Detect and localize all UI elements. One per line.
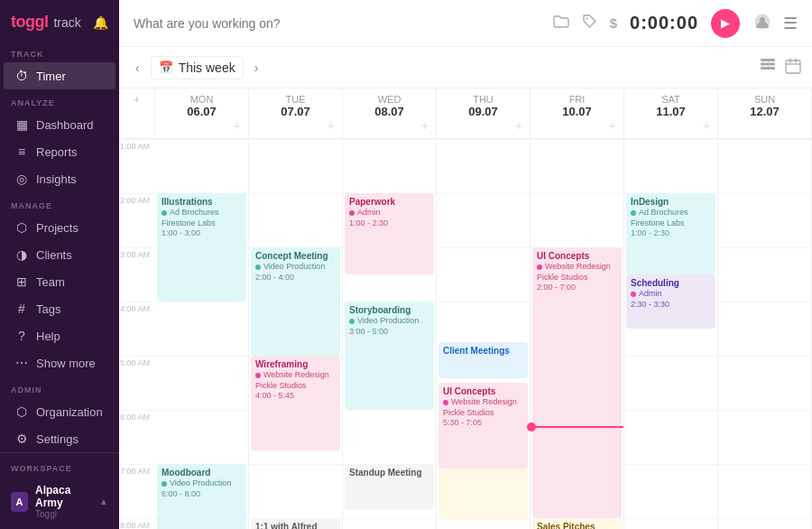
cal-event-illustrations[interactable]: IllustrationsAd BrochuresFirestone Labs1…	[157, 193, 246, 302]
calendar-view-icon[interactable]	[785, 58, 801, 78]
day-col-tue: Concept MeetingVideo Production2:00 - 4:…	[249, 139, 343, 529]
sidebar-item-label-insights: Insights	[36, 172, 77, 186]
user-avatar-small	[754, 14, 770, 32]
sidebar-item-settings[interactable]: ⚙ Settings	[4, 425, 115, 452]
fri-num: 10.07	[534, 105, 620, 118]
cal-event-concept-meeting[interactable]: Concept MeetingVideo Production2:00 - 4:…	[251, 247, 340, 356]
sidebar-item-insights[interactable]: ◎ Insights	[4, 165, 115, 192]
cal-event-11-with-alfred[interactable]: 1:1 with Alfred7:00 - 8:00	[251, 518, 340, 529]
reports-icon: ≡	[14, 144, 29, 159]
search-input[interactable]	[134, 16, 546, 31]
cal-event-paperwork[interactable]: PaperworkAdmin1:00 - 2:30	[345, 193, 434, 274]
sat-add-btn[interactable]: +	[703, 118, 714, 133]
fri-abbr: FRI	[569, 94, 586, 105]
logo-brand: toggl	[11, 13, 48, 32]
play-button[interactable]: ▶	[711, 9, 740, 38]
cal-event-storyboarding[interactable]: StoryboardingVideo Production3:00 - 5:00	[345, 302, 434, 410]
folder-icon[interactable]	[553, 15, 569, 32]
mon-abbr: MON	[190, 94, 214, 105]
calendar-grid: + MON 06.07 + TUE 07.07 + WED 08.07 + TH…	[119, 88, 812, 529]
sat-num: 11.07	[628, 105, 714, 118]
svg-point-0	[586, 18, 587, 20]
svg-rect-4	[761, 62, 775, 65]
prev-week-button[interactable]: ‹	[130, 59, 145, 77]
sidebar-item-projects[interactable]: ⬡ Projects	[4, 214, 115, 241]
sidebar-item-label-settings: Settings	[36, 432, 78, 446]
tue-abbr: TUE	[286, 94, 306, 105]
tue-add-btn[interactable]: +	[328, 118, 338, 133]
header-fri: FRI 10.07 +	[531, 88, 624, 138]
sidebar-item-reports[interactable]: ≡ Reports	[4, 138, 115, 165]
settings-icon: ⚙	[14, 432, 29, 446]
sidebar-item-timer[interactable]: ⏱ Timer	[4, 62, 115, 89]
fri-add-btn[interactable]: +	[609, 118, 620, 133]
sidebar-item-team[interactable]: ⊞ Team	[4, 268, 115, 295]
logo-product: track	[53, 15, 80, 30]
sidebar-item-help[interactable]: ? Help	[4, 322, 115, 349]
tue-num: 07.07	[253, 105, 338, 118]
now-line	[531, 426, 623, 428]
list-view-icon[interactable]	[760, 58, 776, 78]
sun-num: 12.07	[722, 105, 807, 118]
tag-icon[interactable]	[582, 14, 597, 32]
mon-add-btn[interactable]: +	[234, 118, 245, 133]
sidebar-item-clients[interactable]: ◑ Clients	[4, 241, 115, 268]
day-col-thu: Sales Pitches6:30 - 8:00Client MeetingsU…	[437, 139, 531, 529]
sidebar-item-label-clients: Clients	[36, 248, 72, 262]
timer-display: 0:00:00	[630, 13, 698, 33]
cal-event-ui-concepts-fri[interactable]: UI ConceptsWebsite RedesignPickle Studio…	[532, 247, 622, 518]
time-8am: 8:00 AM	[119, 518, 155, 529]
next-week-button[interactable]: ›	[249, 59, 264, 77]
sidebar-item-dashboard[interactable]: ▦ Dashboard	[4, 111, 115, 138]
day-col-mon: IllustrationsAd BrochuresFirestone Labs1…	[155, 139, 249, 529]
dashboard-icon: ▦	[14, 117, 29, 132]
calendar-header: + MON 06.07 + TUE 07.07 + WED 08.07 + TH…	[119, 88, 812, 139]
section-manage-label: MANAGE	[0, 192, 119, 214]
time-header-cell: +	[119, 88, 155, 138]
section-analyze-label: ANALYZE	[0, 89, 119, 111]
sidebar-item-label-reports: Reports	[36, 145, 78, 159]
user-profile[interactable]: SH Simon Hue simon.hue@gmail.co...	[0, 524, 119, 529]
sidebar-item-tags[interactable]: # Tags	[4, 295, 115, 322]
week-selector[interactable]: 📅 This week	[151, 56, 244, 79]
sidebar-item-show-more[interactable]: ⋯ Show more	[4, 349, 115, 376]
time-7am: 7:00 AM	[119, 464, 155, 518]
sidebar-bottom: WORKSPACE A Alpaca Army Toggl ▲ SH Simon…	[0, 452, 119, 529]
cal-event-scheduling[interactable]: SchedulingAdmin2:30 - 3:30	[626, 274, 715, 329]
section-track-label: TRACK	[0, 41, 119, 62]
cal-event-indesign[interactable]: InDesignAd BrochuresFirestone Labs1:00 -…	[626, 193, 715, 274]
wed-add-btn[interactable]: +	[421, 118, 432, 133]
sidebar-item-label-projects: Projects	[36, 221, 78, 235]
time-6am: 6:00 AM	[119, 410, 155, 464]
thu-add-btn[interactable]: +	[515, 118, 526, 133]
wed-abbr: WED	[378, 94, 401, 105]
sidebar-item-organization[interactable]: ⬡ Organization	[4, 398, 115, 425]
calendar-icon: 📅	[159, 60, 173, 74]
time-2am: 2:00 AM	[119, 193, 155, 247]
day-col-sun	[718, 139, 812, 529]
cal-event-wireframing[interactable]: WireframingWebsite RedesignPickle Studio…	[251, 356, 340, 450]
dollar-icon[interactable]: $	[610, 15, 617, 31]
main-content: $ 0:00:00 ▶ ☰ ‹ 📅 This week ›	[119, 0, 812, 529]
sidebar-logo: toggl track 🔔	[0, 0, 119, 41]
header-wed: WED 08.07 +	[343, 88, 437, 138]
sun-abbr: SUN	[754, 94, 775, 105]
svg-rect-3	[761, 59, 775, 61]
cal-event-ui-concepts-thu[interactable]: UI ConceptsWebsite RedesignPickle Studio…	[438, 383, 528, 469]
add-time-btn[interactable]: +	[134, 94, 139, 105]
cal-event-standup-meeting[interactable]: Standup Meeting	[345, 464, 434, 509]
menu-icon[interactable]: ☰	[783, 14, 798, 33]
svg-rect-6	[786, 60, 800, 73]
workspace-switcher[interactable]: A Alpaca Army Toggl ▲	[0, 478, 119, 524]
cal-event-client-meetings[interactable]: Client Meetings	[438, 342, 528, 378]
time-4am: 4:00 AM	[119, 302, 155, 356]
svg-rect-5	[761, 67, 775, 70]
show-more-icon: ⋯	[14, 356, 29, 370]
timer-icon: ⏱	[14, 69, 29, 83]
notification-icon[interactable]: 🔔	[93, 15, 108, 30]
header-mon: MON 06.07 +	[155, 88, 249, 138]
cal-event-moodboard[interactable]: MoodboardVideo Production6:00 - 8:00	[157, 464, 246, 529]
cal-event-sales-pitches-fri[interactable]: Sales Pitches7:00 - 8:00	[532, 518, 622, 529]
sidebar-item-label-show-more: Show more	[36, 357, 96, 370]
section-admin-label: ADMIN	[0, 376, 119, 398]
